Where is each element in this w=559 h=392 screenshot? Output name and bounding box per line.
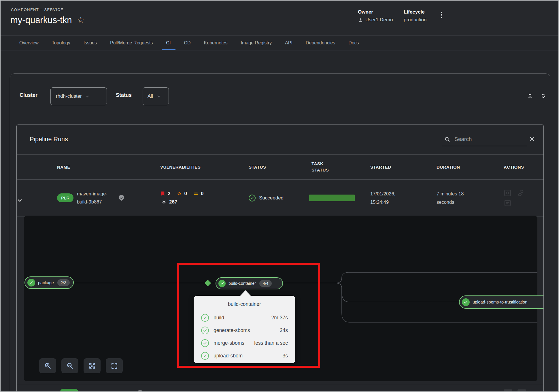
zoom-out-button[interactable]	[61, 358, 78, 373]
tab-overview[interactable]: Overview	[13, 36, 45, 50]
duration-cell: 7 minutes 18 seconds	[437, 190, 504, 206]
entity-tabs: Overview Topology Issues Pull/Merge Requ…	[13, 36, 366, 50]
page-title: my-quarkus-tkn	[10, 15, 72, 25]
plr-badge-partial	[60, 389, 78, 392]
status-select[interactable]: All	[143, 87, 169, 105]
row-expander-chevron-icon[interactable]	[17, 197, 57, 204]
tabbar-divider	[1, 50, 558, 50]
status-cell: Succeeded	[249, 195, 311, 201]
task-success-icon	[462, 298, 470, 306]
lifecycle-block: Lifecycle production	[404, 9, 426, 23]
pipeline-runs-card: Pipeline Runs NAME VULNERABILITIES STATU…	[16, 125, 544, 392]
task-status-bar	[309, 195, 355, 201]
search-icon	[444, 136, 450, 142]
tab-issues[interactable]: Issues	[77, 36, 103, 50]
column-vulnerabilities: VULNERABILITIES	[160, 165, 249, 169]
logs-icon[interactable]	[504, 199, 517, 207]
shield-icon-partial	[138, 390, 142, 392]
moderate-severity-icon	[193, 191, 199, 196]
cluster-select[interactable]: rhdh-cluster	[50, 87, 107, 105]
action-icon-partial	[504, 389, 512, 392]
link-icon[interactable]	[517, 189, 530, 197]
status-label: Status	[116, 92, 132, 98]
entity-kicker: COMPONENT – SERVICE	[11, 7, 63, 12]
task-node-package[interactable]: package 2/2	[24, 276, 74, 289]
row-divider	[17, 385, 543, 385]
expand-all-icon[interactable]	[540, 93, 546, 99]
important-severity-icon	[177, 191, 182, 196]
graph-controls	[39, 358, 123, 373]
column-name: NAME	[57, 165, 160, 169]
lifecycle-value: production	[404, 17, 426, 23]
tab-docs[interactable]: Docs	[342, 36, 365, 50]
low-count: 267	[169, 199, 177, 205]
success-check-icon	[249, 195, 256, 201]
important-count: 0	[184, 191, 187, 197]
owner-value[interactable]: User1 Demo	[365, 17, 393, 23]
critical-count: 2	[168, 191, 170, 197]
started-cell: 17/01/2026, 15:24:49	[370, 190, 437, 206]
tab-image-registry[interactable]: Image Registry	[234, 36, 278, 50]
collapse-all-icon[interactable]	[527, 93, 533, 99]
task-success-icon	[27, 279, 35, 287]
owner-label: Owner	[358, 9, 393, 15]
tab-dependencies[interactable]: Dependencies	[299, 36, 342, 50]
critical-severity-icon	[160, 191, 165, 196]
task-node-upload-sboms-to-trustification[interactable]: upload-sboms-to-trustification	[459, 295, 544, 309]
action-icon-partial	[518, 389, 526, 392]
chevron-down-icon	[156, 94, 161, 99]
task-node-label: upload-sboms-to-trustification	[473, 300, 527, 304]
owner-block: Owner User1 Demo	[358, 9, 393, 23]
search-input[interactable]	[454, 136, 525, 142]
task-node-label: package	[38, 280, 54, 285]
annotation-rectangle	[177, 263, 320, 368]
cluster-label: Cluster	[20, 92, 37, 98]
tab-ci[interactable]: CI	[160, 36, 177, 50]
lifecycle-label: Lifecycle	[404, 9, 426, 15]
column-duration: DURATION	[437, 165, 504, 169]
pipeline-graph-panel[interactable]: package 2/2 build-container 4/4 upload-s…	[24, 216, 537, 381]
vulnerabilities-cell: 2 0 0 267	[160, 191, 249, 205]
chevron-down-icon	[85, 94, 90, 99]
table-row: PLR maven-image- build-9b867 2 0 0 267	[17, 180, 543, 216]
status-text: Succeeded	[259, 195, 284, 201]
column-task-status: TASK STATUS	[311, 161, 335, 174]
fit-to-screen-button[interactable]	[84, 358, 101, 373]
task-count-badge: 2/2	[57, 279, 70, 286]
app-window: COMPONENT – SERVICE my-quarkus-tkn ☆ Own…	[0, 0, 559, 392]
tab-kubernetes[interactable]: Kubernetes	[197, 36, 234, 50]
column-started: STARTED	[370, 165, 437, 169]
kebab-menu-icon[interactable]: ⋮	[438, 10, 445, 19]
zoom-in-button[interactable]	[39, 358, 56, 373]
tab-pull-merge-requests[interactable]: Pull/Merge Requests	[103, 36, 160, 50]
table-header-row: NAME VULNERABILITIES STATUS TASK STATUS …	[17, 154, 543, 180]
view-output-icon[interactable]	[504, 189, 517, 197]
search-field	[442, 132, 527, 146]
shield-check-icon[interactable]	[118, 194, 125, 201]
actions-cell	[504, 189, 543, 207]
person-icon	[358, 17, 363, 23]
pipeline-run-name[interactable]: maven-image- build-9b867	[77, 190, 107, 206]
status-select-value: All	[148, 93, 153, 99]
plr-badge: PLR	[57, 193, 73, 202]
search-clear-icon[interactable]	[529, 136, 535, 142]
tab-cd[interactable]: CD	[177, 36, 197, 50]
column-status: STATUS	[249, 165, 311, 169]
reset-view-button[interactable]	[106, 358, 123, 373]
low-severity-icon	[161, 199, 167, 205]
favorite-star-icon[interactable]: ☆	[77, 16, 84, 24]
tab-api[interactable]: API	[278, 36, 299, 50]
pipeline-runs-header: Pipeline Runs	[17, 125, 543, 154]
entity-header: COMPONENT – SERVICE my-quarkus-tkn ☆ Own…	[1, 1, 558, 36]
cluster-select-value: rhdh-cluster	[56, 93, 82, 99]
pipeline-runs-title: Pipeline Runs	[30, 136, 68, 143]
tab-topology[interactable]: Topology	[45, 36, 77, 50]
moderate-count: 0	[201, 191, 203, 197]
column-actions: ACTIONS	[504, 165, 543, 169]
